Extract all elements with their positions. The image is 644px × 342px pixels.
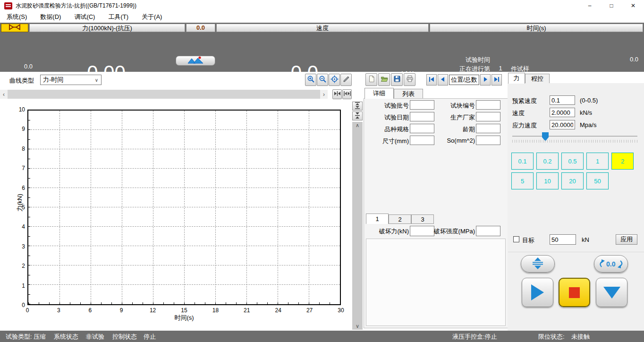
curve-type-select[interactable]: 力-时间 ∨ <box>40 75 102 85</box>
valve-button[interactable] <box>1 24 28 32</box>
edit-button[interactable] <box>340 74 352 86</box>
down-button[interactable] <box>596 278 627 307</box>
curve-type-value: 力-时间 <box>43 76 63 84</box>
valve-icon <box>8 24 21 32</box>
new-file-icon <box>368 75 375 84</box>
peak-display: 0.0 <box>186 24 215 32</box>
field-input-manufacturer[interactable] <box>476 112 500 121</box>
next-record-icon <box>483 77 488 84</box>
tab-force[interactable]: 力 <box>508 73 525 84</box>
stop-button[interactable] <box>559 278 590 307</box>
scroll-right-button[interactable]: › <box>320 90 328 99</box>
preset-button[interactable]: 2 <box>611 153 634 170</box>
close-button[interactable]: ✕ <box>622 0 644 11</box>
menu-system[interactable]: 系统(S) <box>0 11 34 23</box>
next-record-button[interactable] <box>480 74 491 86</box>
play-icon <box>531 284 544 300</box>
jog-updown-icon <box>530 257 545 271</box>
result-input-break-strength[interactable] <box>476 226 500 236</box>
jog-button[interactable] <box>521 255 555 273</box>
preset-button[interactable]: 0.5 <box>561 153 584 170</box>
expand-width-button[interactable] <box>342 89 352 99</box>
prev-record-button[interactable] <box>438 74 448 86</box>
status-control-state-value: 停止 <box>144 333 156 341</box>
printer-icon <box>406 75 414 84</box>
apply-button[interactable]: 应用 <box>616 234 637 245</box>
open-file-button[interactable] <box>378 73 390 86</box>
minimize-button[interactable]: – <box>579 0 601 11</box>
expand-height-icon <box>354 102 361 111</box>
progress-prefix: 正在进行第 <box>430 65 490 73</box>
menu-bar: 系统(S) 数据(D) 调试(C) 工具(T) 关于(A) <box>0 11 644 23</box>
field-input-age[interactable] <box>476 124 500 133</box>
sample-tab-1[interactable]: 1 <box>366 214 389 224</box>
speed-unit-label: kN/s <box>580 109 592 116</box>
prev-record-icon <box>440 77 446 84</box>
target-checkbox[interactable] <box>513 236 519 242</box>
fit-height-button[interactable] <box>352 111 363 120</box>
field-label-age: 龄期 <box>428 125 475 134</box>
preset-button[interactable]: 1 <box>586 153 609 170</box>
scroll-down-icon[interactable]: ∨ <box>352 323 363 330</box>
field-input-specimen-no[interactable] <box>476 100 500 110</box>
peak-button[interactable] <box>176 56 215 66</box>
time-header: 时间(s) <box>430 24 643 32</box>
tab-program[interactable]: 程控 <box>525 74 550 84</box>
fit-width-button[interactable] <box>332 89 342 99</box>
sample-tab-2[interactable]: 2 <box>389 214 411 224</box>
start-button[interactable] <box>522 278 553 307</box>
maximize-button[interactable]: □ <box>601 0 622 11</box>
last-record-button[interactable] <box>491 74 502 86</box>
expand-height-button[interactable] <box>352 102 363 111</box>
target-input[interactable] <box>550 234 576 245</box>
y-axis-ticks: 012345678910 <box>9 110 26 305</box>
scroll-left-button[interactable]: ‹ <box>0 90 8 99</box>
speed-slider-track[interactable] <box>512 136 637 137</box>
divider <box>508 252 644 252</box>
preset-button[interactable]: 50 <box>586 172 609 189</box>
menu-about[interactable]: 关于(A) <box>135 11 169 23</box>
sample-tab-3[interactable]: 3 <box>411 214 434 224</box>
preset-button[interactable]: 20 <box>561 172 584 189</box>
menu-tools[interactable]: 工具(T) <box>102 11 135 23</box>
menu-data[interactable]: 数据(D) <box>34 11 68 23</box>
speed-header: 速度 <box>216 24 429 32</box>
field-label-specimen-no: 试块编号 <box>428 102 475 110</box>
menu-debug[interactable]: 调试(C) <box>68 11 102 23</box>
scroll-up-icon[interactable]: ∧ <box>352 122 363 129</box>
tare-zero-icon: 0.0 <box>596 258 626 270</box>
force-rate-value: 0.0 <box>9 63 47 70</box>
tab-detail[interactable]: 详细 <box>364 88 394 99</box>
result-label-break-force: 破坏力(kN) <box>362 227 409 236</box>
last-record-icon <box>493 77 500 84</box>
preset-button[interactable]: 0.1 <box>511 153 534 170</box>
preset-button[interactable]: 5 <box>511 172 534 189</box>
preset-button[interactable]: 10 <box>536 172 559 189</box>
unload-time-value: 0.0 <box>585 74 638 81</box>
pretension-input[interactable] <box>550 95 575 105</box>
zoom-in-button[interactable] <box>305 74 316 86</box>
tab-list[interactable]: 列表 <box>394 89 423 99</box>
pretension-label: 预紧速度 <box>512 97 537 105</box>
new-file-button[interactable] <box>365 73 377 86</box>
crosshair-icon <box>330 75 339 85</box>
field-input-so[interactable] <box>476 136 500 145</box>
field-label-batch: 试验批号 <box>362 102 409 110</box>
svg-text:0.0: 0.0 <box>606 260 616 268</box>
crosshair-button[interactable] <box>329 74 340 86</box>
speed-input[interactable] <box>550 108 575 117</box>
save-button[interactable] <box>391 73 403 86</box>
test-time-value: 0.0 <box>585 56 638 63</box>
vertical-scrollbar[interactable]: ∧ ∨ <box>352 122 363 330</box>
first-record-button[interactable] <box>426 74 437 86</box>
zoom-out-button[interactable] <box>317 74 328 86</box>
plot-area <box>27 110 341 305</box>
force-header: 力(1000kN)-(抗压) <box>29 24 185 32</box>
chevron-down-icon: ∨ <box>95 77 98 83</box>
preset-button[interactable]: 0.2 <box>536 153 559 170</box>
tare-zero-button[interactable]: 0.0 <box>594 255 628 273</box>
horizontal-scrollbar[interactable] <box>8 90 320 99</box>
print-button[interactable] <box>404 73 415 86</box>
field-label-so: So(mm^2) <box>428 137 475 144</box>
stress-rate-input[interactable] <box>550 120 575 129</box>
